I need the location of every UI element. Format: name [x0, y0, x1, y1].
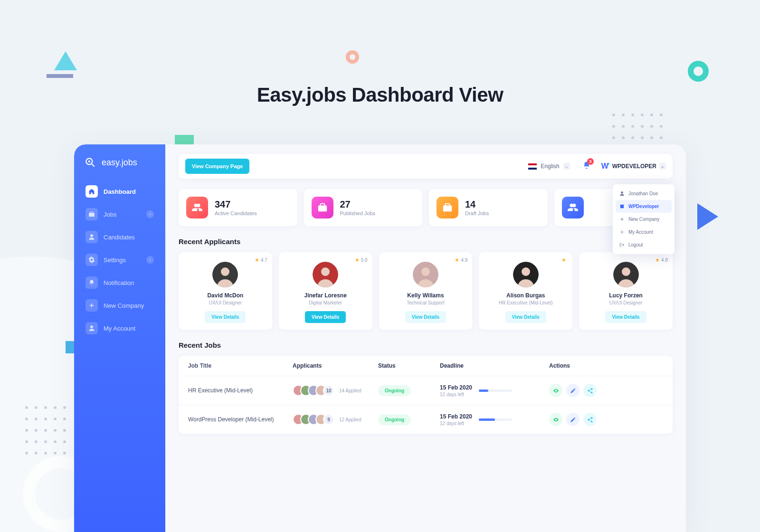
decoration [346, 50, 359, 64]
stat-icon [562, 197, 584, 218]
applicant-role: UX/UI Designer [185, 300, 266, 305]
decoration [22, 403, 69, 460]
deadline-date: 15 Feb 2020 [440, 384, 472, 391]
applied-count: 12 Applied [339, 417, 361, 422]
dropdown-item[interactable]: WPDeveloper [616, 200, 672, 213]
view-details-button[interactable]: View Details [205, 311, 246, 323]
applicant-role: UX/UI Designer [586, 300, 666, 305]
language-selector[interactable]: English ⌄ [524, 160, 573, 172]
nav-label: New Company [104, 302, 144, 309]
company-dropdown-menu: Jonathan Doe WPDeveloper New Company My … [613, 184, 674, 254]
nav-label: Jobs [104, 211, 116, 218]
nav-label: Notification [104, 279, 134, 286]
svg-point-13 [622, 267, 630, 276]
svg-point-9 [421, 267, 430, 276]
applicant-name: Kelly Willams [386, 292, 466, 299]
edit-action[interactable] [566, 384, 580, 397]
recent-applicants-title: Recent Applicants [179, 238, 673, 246]
applicant-avatars: 9 [293, 414, 334, 425]
star-icon: ★ [561, 257, 566, 263]
share-action[interactable] [583, 384, 597, 397]
avatar [413, 262, 438, 287]
stat-icon [437, 197, 458, 218]
stat-icon [186, 197, 208, 218]
decoration [609, 110, 666, 144]
job-title: HR Executive (Mid-Level) [188, 387, 293, 394]
svg-point-2 [88, 161, 90, 162]
stat-card: 347 Active Candidates [179, 189, 297, 226]
applicant-name: Alison Burgas [485, 292, 566, 299]
decoration [697, 203, 718, 230]
header-deadline: Deadline [440, 362, 549, 369]
dropdown-item[interactable]: Jonathan Doe [616, 187, 672, 200]
company-logo-icon: W' [601, 162, 609, 171]
nav-icon [86, 185, 98, 198]
nav-icon [86, 208, 98, 220]
dropdown-item[interactable]: My Account [616, 226, 672, 238]
header-actions: Actions [549, 362, 663, 369]
svg-point-3 [621, 231, 623, 233]
status-badge: Ongoing [378, 385, 411, 396]
nav-label: Dashboard [104, 188, 136, 195]
applicant-name: Lucy Forzen [586, 292, 666, 299]
stat-value: 14 [465, 199, 489, 209]
share-action[interactable] [583, 413, 597, 426]
applicant-count: 9 [323, 414, 334, 425]
sidebar-item-new-company[interactable]: New Company [81, 294, 159, 316]
applicant-card: ★5.0 Jinefar Loresne Digital Marketer Vi… [279, 252, 372, 330]
applicant-card: ★4.8 Lucy Forzen UX/UI Designer View Det… [579, 252, 673, 330]
sidebar-item-settings[interactable]: Settings › [81, 249, 159, 271]
view-action[interactable] [549, 384, 562, 397]
brand-icon [84, 156, 97, 169]
edit-action[interactable] [566, 413, 580, 426]
nav-icon [86, 299, 98, 312]
sidebar-item-dashboard[interactable]: Dashboard [81, 180, 159, 202]
sidebar-item-candidates[interactable]: Candidates [81, 226, 159, 248]
dropdown-item[interactable]: New Company [616, 213, 672, 226]
avatar [313, 262, 338, 287]
applicant-count: 10 [323, 385, 334, 396]
notifications-button[interactable]: 3 [582, 161, 591, 171]
header-status: Status [378, 362, 440, 369]
view-details-button[interactable]: View Details [505, 311, 546, 323]
rating: ★4.9 [455, 257, 467, 263]
applicant-avatars: 10 [293, 385, 334, 396]
star-icon: ★ [655, 257, 660, 263]
dropdown-item[interactable]: Logout [616, 238, 672, 251]
sidebar-item-notification[interactable]: Notification [81, 272, 159, 294]
table-header: Job Title Applicants Status Deadline Act… [179, 356, 673, 376]
view-action[interactable] [549, 413, 562, 426]
nav-icon [86, 276, 98, 289]
sidebar-item-jobs[interactable]: Jobs › [81, 203, 159, 225]
view-company-button[interactable]: View Company Page [185, 159, 249, 174]
star-icon: ★ [455, 257, 459, 263]
nav-label: My Account [104, 325, 135, 332]
applicant-card: ★4.9 Kelly Willams Technical Support Vie… [379, 252, 473, 330]
svg-line-1 [92, 164, 94, 166]
view-details-button[interactable]: View Details [405, 311, 446, 323]
applicant-name: Jinefar Loresne [285, 292, 366, 299]
applicant-role: Digital Marketer [285, 300, 366, 305]
decoration [54, 51, 77, 70]
applicant-role: Technical Support [386, 300, 466, 305]
view-details-button[interactable]: View Details [605, 311, 646, 323]
rating: ★ [561, 257, 568, 263]
header-applicants: Applicants [293, 362, 378, 369]
progress-bar [479, 390, 512, 392]
company-dropdown[interactable]: W' WPDEVELOPER ⌄ [601, 162, 666, 171]
chevron-down-icon: ⌄ [563, 163, 570, 170]
svg-point-7 [321, 267, 330, 276]
rating: ★5.0 [355, 257, 368, 263]
svg-point-5 [221, 267, 229, 276]
stat-label: Published Jobs [340, 210, 376, 216]
stat-value: 27 [340, 199, 376, 209]
applicant-card: ★4.7 David McDon UX/UI Designer View Det… [179, 252, 272, 330]
nav-label: Settings [104, 256, 126, 264]
stat-card: 27 Published Jobs [304, 189, 423, 226]
page-title: Easy.jobs Dashboard View [0, 84, 760, 106]
chevron-down-icon: ⌄ [659, 163, 666, 170]
view-details-button[interactable]: View Details [305, 311, 346, 323]
applicant-card: ★ Alison Burgas HR Executive (Mid-Level)… [479, 252, 572, 330]
sidebar-item-my-account[interactable]: My Account [81, 317, 159, 339]
status-badge: Ongoing [378, 414, 411, 425]
